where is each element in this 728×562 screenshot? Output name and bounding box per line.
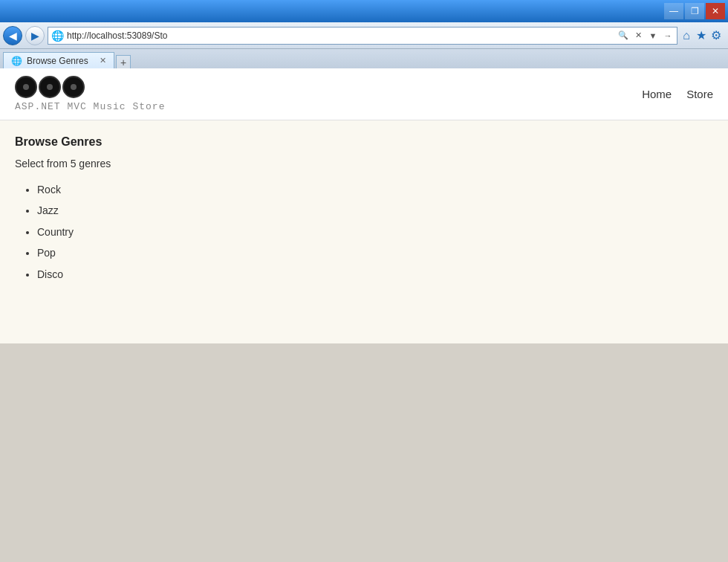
logo-area: ASP.NET MVC Music Store: [15, 76, 165, 112]
browser-icon: 🌐: [51, 30, 64, 42]
new-tab-button[interactable]: +: [116, 55, 131, 68]
list-item: Rock: [37, 181, 713, 198]
list-item: Disco: [37, 266, 713, 282]
home-button[interactable]: ⌂: [680, 28, 692, 44]
genre-subtitle: Select from 5 genres: [15, 158, 713, 169]
address-bar[interactable]: 🌐 http://localhost:53089/Sto 🔍 ✕ ▼ →: [48, 27, 677, 45]
settings-button[interactable]: ⚙: [710, 28, 722, 44]
address-text: http://localhost:53089/Sto: [67, 30, 614, 41]
genre-link[interactable]: Jazz: [37, 204, 59, 216]
disc-1: [15, 76, 37, 98]
window-controls: — ❐ ✕: [664, 3, 725, 19]
list-item: Jazz: [37, 202, 713, 219]
genre-link[interactable]: Country: [37, 226, 74, 238]
back-button[interactable]: ◀: [3, 26, 22, 45]
toolbar: ◀ ▶ 🌐 http://localhost:53089/Sto 🔍 ✕ ▼ →…: [0, 22, 728, 49]
page-title: Browse Genres: [15, 135, 713, 149]
nav-store[interactable]: Store: [686, 88, 713, 100]
footer-area: [0, 343, 728, 562]
restore-button[interactable]: ❐: [685, 3, 704, 19]
address-search-icon[interactable]: 🔍: [617, 30, 629, 42]
window-chrome: — ❐ ✕ ◀ ▶ 🌐 http://localhost:53089/Sto 🔍…: [0, 0, 728, 68]
nav-home[interactable]: Home: [642, 88, 672, 100]
tab-close-button[interactable]: ✕: [100, 56, 106, 65]
site-tagline: ASP.NET MVC Music Store: [15, 101, 165, 112]
disc-2: [39, 76, 61, 98]
site-header: ASP.NET MVC Music Store Home Store: [0, 68, 728, 120]
go-button[interactable]: →: [662, 30, 674, 42]
active-tab[interactable]: 🌐 Browse Genres ✕: [3, 52, 114, 68]
logo-discs: [15, 76, 165, 98]
tab-favicon: 🌐: [11, 56, 22, 66]
toolbar-right: ⌂ ★ ⚙: [680, 28, 725, 44]
tab-label: Browse Genres: [27, 56, 88, 66]
website-content: ASP.NET MVC Music Store Home Store Brows…: [0, 68, 728, 562]
close-button[interactable]: ✕: [706, 3, 725, 19]
address-dropdown-icon[interactable]: ▼: [647, 30, 659, 42]
minimize-button[interactable]: —: [664, 3, 683, 19]
disc-3: [62, 76, 85, 98]
list-item: Country: [37, 224, 713, 240]
site-nav: Home Store: [642, 88, 713, 100]
list-item: Pop: [37, 245, 713, 261]
title-bar: — ❐ ✕: [0, 0, 728, 22]
tab-bar: 🌐 Browse Genres ✕ +: [0, 49, 728, 68]
genre-link[interactable]: Rock: [37, 184, 61, 196]
genre-list: RockJazzCountryPopDisco: [15, 181, 713, 282]
genre-link[interactable]: Pop: [37, 247, 56, 259]
genre-link[interactable]: Disco: [37, 268, 63, 280]
address-refresh-icon[interactable]: ✕: [632, 30, 644, 42]
favorites-button[interactable]: ★: [695, 28, 707, 44]
main-content: Browse Genres Select from 5 genres RockJ…: [0, 120, 728, 343]
forward-button[interactable]: ▶: [25, 26, 45, 45]
